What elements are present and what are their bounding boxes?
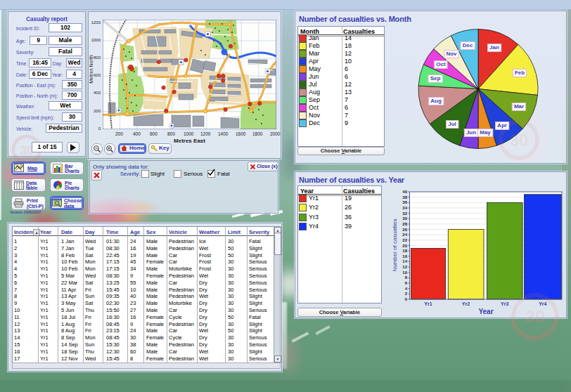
svg-text:24: 24	[402, 233, 407, 237]
svg-text:30: 30	[525, 306, 546, 318]
svg-text:34: 34	[402, 206, 407, 210]
svg-text:Year: Year	[478, 308, 493, 315]
svg-text:14: 14	[402, 259, 407, 263]
svg-text:20: 20	[402, 244, 407, 248]
svg-text:32: 32	[402, 211, 407, 216]
svg-text:6: 6	[405, 281, 408, 285]
svg-text:Yr2: Yr2	[462, 301, 470, 306]
svg-text:12: 12	[402, 265, 407, 269]
svg-text:22: 22	[402, 238, 407, 242]
svg-text:2: 2	[405, 292, 408, 296]
svg-text:30: 30	[402, 216, 407, 221]
svg-text:36: 36	[402, 200, 407, 204]
svg-text:30: 30	[510, 131, 529, 150]
svg-text:38: 38	[402, 195, 407, 200]
svg-text:26: 26	[402, 228, 407, 232]
svg-text:Yr1: Yr1	[424, 301, 432, 306]
svg-text:28: 28	[402, 222, 407, 226]
svg-text:Yr4: Yr4	[539, 301, 546, 306]
svg-text:Number of casualties: Number of casualties	[392, 218, 398, 271]
svg-text:0: 0	[405, 297, 408, 301]
svg-text:4: 4	[405, 287, 408, 291]
svg-text:8: 8	[405, 275, 408, 280]
svg-text:40: 40	[402, 190, 407, 194]
svg-text:16: 16	[402, 254, 407, 259]
svg-text:Yr3: Yr3	[501, 301, 508, 306]
svg-text:10: 10	[402, 270, 407, 275]
svg-text:18: 18	[402, 249, 407, 253]
